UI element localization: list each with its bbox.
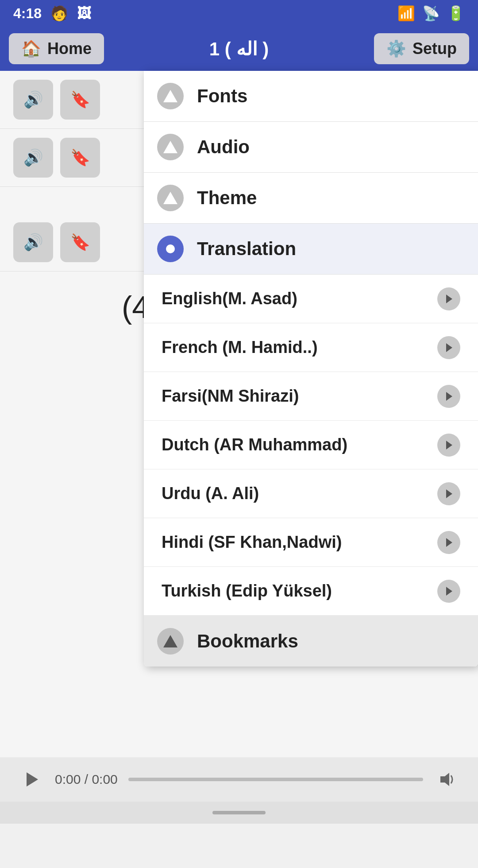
speaker-icon-3: 🔊 — [23, 233, 43, 252]
fonts-label: Fonts — [197, 85, 465, 107]
bookmarks-label: Bookmarks — [197, 631, 298, 652]
top-nav: 🏠 Home ( اله ) 1 ⚙️ Setup — [0, 27, 478, 71]
svg-marker-5 — [446, 343, 452, 352]
bookmark-icon-2: 🔖 — [70, 148, 90, 167]
svg-marker-11 — [163, 635, 177, 647]
verse-controls-2: 🔊 🔖 — [13, 138, 100, 178]
english-label: English(M. Asad) — [162, 289, 297, 308]
signal-icon: 📡 — [422, 5, 440, 22]
setup-label: Setup — [412, 39, 457, 58]
urdu-arrow — [437, 482, 460, 505]
player-time: 0:00 / 0:00 — [55, 772, 118, 787]
french-arrow — [437, 336, 460, 359]
bookmark-button-3[interactable]: 🔖 — [60, 222, 100, 262]
main-content: 🔊 🔖 بِسْمِ(1) 🔊 🔖 نَ(2) — [0, 71, 478, 824]
theme-label: Theme — [197, 187, 465, 209]
svg-marker-0 — [163, 90, 177, 102]
svg-marker-7 — [446, 441, 452, 450]
audio-button-3[interactable]: 🔊 — [13, 222, 53, 262]
translation-menu-icon — [157, 236, 184, 262]
audio-button-2[interactable]: 🔊 — [13, 138, 53, 178]
translation-farsi[interactable]: Farsi(NM Shirazi) — [144, 372, 478, 421]
status-left: 4:18 🧑 🖼 — [13, 5, 91, 22]
menu-item-fonts[interactable]: Fonts — [144, 71, 478, 122]
theme-menu-icon — [157, 185, 184, 211]
hindi-arrow — [437, 531, 460, 554]
bottom-player: 0:00 / 0:00 — [0, 757, 478, 802]
svg-marker-10 — [446, 587, 452, 596]
home-label: Home — [47, 39, 92, 58]
progress-bar[interactable] — [128, 778, 423, 781]
play-button[interactable] — [18, 766, 44, 793]
bookmarks-menu-icon — [157, 628, 184, 655]
translation-turkish[interactable]: Turkish (Edip Yüksel) — [144, 567, 478, 616]
verse-controls-1: 🔊 🔖 — [13, 80, 100, 120]
menu-item-bookmarks[interactable]: Bookmarks — [144, 616, 478, 666]
french-label: French (M. Hamid..) — [162, 338, 318, 357]
farsi-label: Farsi(NM Shirazi) — [162, 387, 299, 406]
image-icon: 🖼 — [77, 5, 91, 22]
person-icon: 🧑 — [50, 5, 68, 22]
dutch-arrow — [437, 434, 460, 457]
translation-label: Translation — [197, 238, 465, 260]
svg-point-3 — [166, 244, 175, 253]
dropdown-menu: Fonts Audio Theme Trans — [144, 71, 478, 666]
speaker-icon-2: 🔊 — [23, 148, 43, 167]
dutch-label: Dutch (AR Muhammad) — [162, 435, 347, 454]
menu-item-translation[interactable]: Translation — [144, 224, 478, 275]
status-right: 📶 📡 🔋 — [397, 5, 465, 22]
turkish-label: Turkish (Edip Yüksel) — [162, 581, 332, 601]
svg-marker-9 — [446, 538, 452, 547]
menu-item-audio[interactable]: Audio — [144, 122, 478, 173]
status-bar: 4:18 🧑 🖼 📶 📡 🔋 — [0, 0, 478, 27]
bottom-nav-dots — [0, 802, 478, 824]
menu-item-theme[interactable]: Theme — [144, 173, 478, 224]
translation-dutch[interactable]: Dutch (AR Muhammad) — [144, 421, 478, 469]
svg-marker-6 — [446, 392, 452, 401]
english-arrow — [437, 287, 460, 310]
translation-english[interactable]: English(M. Asad) — [144, 275, 478, 323]
bookmark-button-1[interactable]: 🔖 — [60, 80, 100, 120]
audio-label: Audio — [197, 136, 465, 158]
nav-dot — [212, 811, 266, 814]
nav-title: ( اله ) 1 — [209, 38, 269, 60]
audio-button-1[interactable]: 🔊 — [13, 80, 53, 120]
svg-marker-1 — [163, 141, 177, 153]
speaker-icon: 🔊 — [23, 90, 43, 109]
home-icon: 🏠 — [21, 39, 41, 58]
translation-hindi[interactable]: Hindi (SF Khan,Nadwi) — [144, 518, 478, 567]
svg-marker-8 — [446, 489, 452, 498]
verse-controls-3: 🔊 🔖 — [13, 222, 100, 262]
audio-menu-icon — [157, 134, 184, 160]
urdu-label: Urdu (A. Ali) — [162, 484, 259, 503]
translation-urdu[interactable]: Urdu (A. Ali) — [144, 469, 478, 518]
farsi-arrow — [437, 385, 460, 408]
fonts-menu-icon — [157, 83, 184, 109]
volume-button[interactable] — [434, 766, 460, 793]
hindi-label: Hindi (SF Khan,Nadwi) — [162, 533, 342, 552]
svg-marker-12 — [27, 772, 38, 787]
bookmark-button-2[interactable]: 🔖 — [60, 138, 100, 178]
setup-button[interactable]: ⚙️ Setup — [374, 33, 469, 64]
translation-french[interactable]: French (M. Hamid..) — [144, 323, 478, 372]
svg-marker-13 — [440, 773, 449, 786]
turkish-arrow — [437, 580, 460, 603]
battery-icon: 🔋 — [447, 5, 465, 22]
wifi-icon: 📶 — [397, 5, 415, 22]
svg-marker-4 — [446, 294, 452, 303]
translation-options: English(M. Asad) French (M. Hamid..) Far… — [144, 275, 478, 616]
bookmark-icon: 🔖 — [70, 90, 90, 109]
bookmark-icon-3: 🔖 — [70, 233, 90, 252]
gear-icon: ⚙️ — [386, 39, 406, 58]
time-display: 4:18 — [13, 5, 42, 22]
home-button[interactable]: 🏠 Home — [9, 33, 104, 64]
svg-marker-2 — [163, 192, 177, 204]
